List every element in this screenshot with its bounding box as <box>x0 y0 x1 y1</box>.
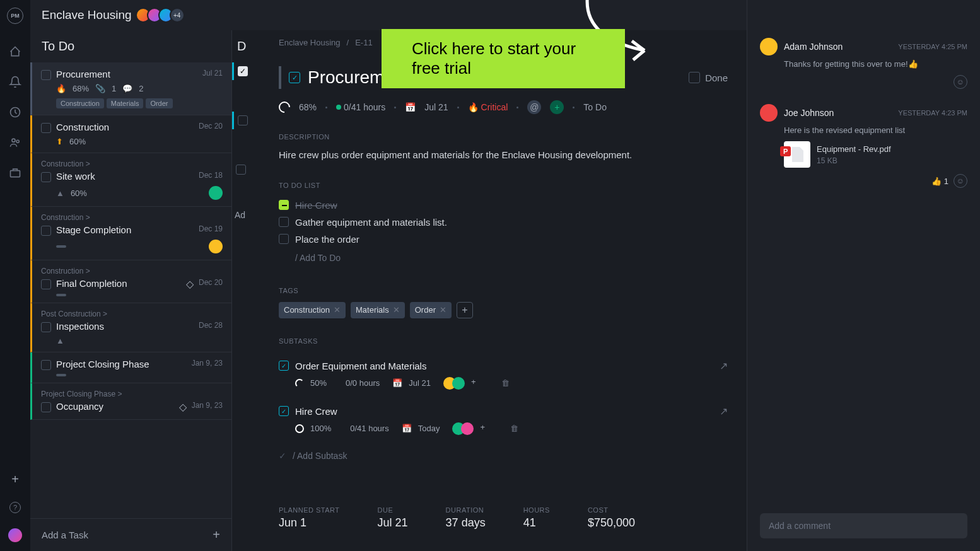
task-checkbox[interactable] <box>41 172 51 182</box>
column-title: To Do <box>30 30 231 62</box>
task-checkbox[interactable] <box>41 360 51 370</box>
task-card[interactable]: Construction Dec 20 ⬆ 60% <box>30 115 231 153</box>
task-checkbox[interactable] <box>236 165 246 175</box>
comment-item: Joe Johnson YESTERDAY 4:23 PM Here is th… <box>760 104 967 188</box>
plus-icon: + <box>213 528 220 542</box>
remove-tag-icon[interactable]: ✕ <box>440 305 446 315</box>
task-card[interactable]: Construction > Stage Completion Dec 19 <box>30 207 231 260</box>
assignee-avatar[interactable] <box>209 186 223 200</box>
help-icon[interactable]: ? <box>9 502 21 513</box>
task-checkbox[interactable] <box>41 70 51 80</box>
add-assignee-button[interactable]: + <box>550 100 564 114</box>
svg-rect-3 <box>11 171 20 177</box>
add-tag-button[interactable]: + <box>457 302 473 318</box>
tag-chip[interactable]: Materials✕ <box>351 302 405 318</box>
calendar-icon: 📅 <box>392 378 402 388</box>
task-checkbox[interactable] <box>41 279 51 289</box>
calendar-icon: 📅 <box>405 102 416 112</box>
app-logo[interactable]: PM <box>7 8 23 24</box>
project-title: Enclave Housing <box>42 8 132 22</box>
add-todo-button[interactable]: / Add To Do <box>279 248 728 268</box>
task-detail-panel: Click here to start your free trial Encl… <box>260 0 747 551</box>
open-external-icon[interactable]: ↗ <box>720 405 728 417</box>
task-card[interactable]: Procurement Jul 21 🔥 68% 📎1 💬2 Construct… <box>30 62 231 115</box>
add-reaction-button[interactable]: ☺ <box>954 75 967 89</box>
clock-icon[interactable] <box>9 106 21 119</box>
add-assignee-button[interactable]: + <box>480 422 493 435</box>
trial-cta-banner[interactable]: Click here to start your free trial <box>382 29 625 88</box>
todo-item[interactable]: Gather equipment and materials list. <box>279 214 728 231</box>
add-subtask-button[interactable]: ✓ / Add Subtask <box>279 443 728 468</box>
add-assignee-button[interactable]: + <box>471 377 484 390</box>
status-bar-icon <box>279 66 281 89</box>
priority-badge[interactable]: 🔥Critical <box>468 102 508 112</box>
task-checkbox[interactable] <box>41 322 51 332</box>
done-column-fragment: D ✓ Ad <box>232 0 260 551</box>
task-card[interactable]: Construction > Final Completion ◇ Dec 20 <box>30 260 231 303</box>
svg-point-1 <box>12 139 15 142</box>
task-card[interactable]: Construction > Site work Dec 18 ▲ 60% <box>30 153 231 207</box>
briefcase-icon[interactable] <box>9 166 21 179</box>
bell-icon[interactable] <box>9 76 21 88</box>
reaction-pill[interactable]: 👍1 <box>931 177 948 186</box>
progress-ring-icon <box>295 379 304 388</box>
calendar-icon: 📅 <box>402 424 412 433</box>
priority-icon: ▲ <box>56 336 64 345</box>
checked-icon[interactable]: ✓ <box>238 66 248 76</box>
add-reaction-button[interactable]: ☺ <box>954 174 967 188</box>
comment-avatar[interactable] <box>760 104 778 122</box>
file-attachment[interactable]: P Equipment - Rev.pdf 15 KB <box>784 141 967 168</box>
priority-icon: ▲ <box>56 188 64 198</box>
fire-icon: 🔥 <box>56 84 66 93</box>
task-checkbox[interactable] <box>238 115 248 125</box>
milestone-icon: ◇ <box>179 401 187 413</box>
trash-icon[interactable]: 🗑 <box>510 424 518 433</box>
progress-ring-icon <box>276 99 292 115</box>
comment-item: Adam Johnson YESTERDAY 4:25 PM Thanks fo… <box>760 38 967 89</box>
remove-tag-icon[interactable]: ✕ <box>334 305 341 315</box>
task-card[interactable]: Post Construction > Inspections Dec 28 ▲ <box>30 303 231 352</box>
tag-chip[interactable]: Construction✕ <box>279 302 346 318</box>
add-icon[interactable]: + <box>11 472 19 487</box>
priority-up-icon: ⬆ <box>56 137 63 146</box>
subtask-item[interactable]: ✓ Order Equipment and Materials ↗ 50% 0/… <box>279 352 728 398</box>
progress-ring-icon <box>295 424 304 433</box>
todo-checkbox[interactable] <box>279 234 289 244</box>
people-icon[interactable] <box>9 136 21 149</box>
add-task-button[interactable]: Add a Task + <box>30 518 231 551</box>
description-text[interactable]: Hire crew plus order equipment and mater… <box>279 148 728 163</box>
subtask-icon: ✓ <box>279 406 289 416</box>
trash-icon[interactable]: 🗑 <box>501 378 510 388</box>
comment-avatar[interactable] <box>760 38 778 55</box>
user-avatar[interactable] <box>8 528 22 542</box>
comment-input[interactable]: Add a comment <box>760 513 967 538</box>
comment-panel: Adam Johnson YESTERDAY 4:25 PM Thanks fo… <box>747 0 980 551</box>
open-external-icon[interactable]: ↗ <box>720 360 728 372</box>
assignee-placeholder-icon[interactable]: @ <box>527 100 541 114</box>
progress-bar-icon <box>56 245 66 248</box>
todo-item[interactable]: Hire Crew <box>279 197 728 214</box>
left-nav-rail: PM + ? <box>0 0 30 551</box>
milestone-icon: ◇ <box>186 278 194 290</box>
attachment-icon: 📎 <box>95 84 105 93</box>
task-card[interactable]: Project Closing Phase > Occupancy ◇ Jan … <box>30 383 231 420</box>
remove-tag-icon[interactable]: ✕ <box>393 305 400 315</box>
task-sidebar: To Do Procurement Jul 21 🔥 68% 📎1 💬2 Con… <box>30 0 232 551</box>
task-type-icon: ✓ <box>289 72 300 83</box>
todo-checkbox[interactable] <box>279 217 289 227</box>
subtask-item[interactable]: ✓ Hire Crew ↗ 100% 0/41 hours 📅Today + 🗑 <box>279 398 728 443</box>
assignee-avatar[interactable] <box>209 240 223 253</box>
todo-item[interactable]: Place the order <box>279 231 728 248</box>
task-card[interactable]: Project Closing Phase Jan 9, 23 <box>30 352 231 383</box>
home-icon[interactable] <box>9 45 21 58</box>
task-checkbox[interactable] <box>41 402 51 412</box>
tag-chip[interactable]: Order✕ <box>410 302 452 318</box>
task-checkbox[interactable] <box>41 226 51 236</box>
subtask-icon: ✓ <box>279 361 289 371</box>
svg-point-2 <box>16 140 19 142</box>
done-toggle[interactable]: Done <box>689 72 728 83</box>
todo-checkbox[interactable] <box>279 200 289 210</box>
pdf-icon: P <box>784 141 810 168</box>
task-checkbox[interactable] <box>41 123 51 133</box>
member-avatars[interactable]: +4 <box>139 8 185 23</box>
